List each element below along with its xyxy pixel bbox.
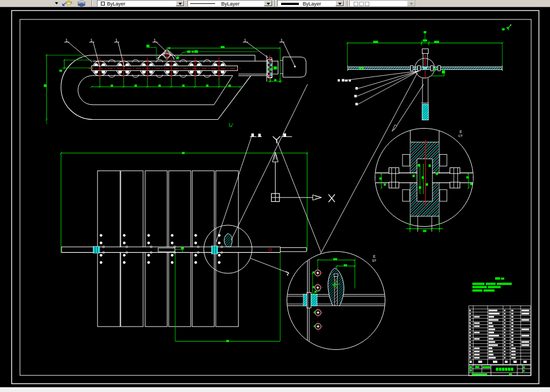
svg-text:1: 1 (65, 38, 68, 42)
svg-text:E: E (460, 130, 462, 134)
svg-text:1: 1 (244, 38, 246, 42)
svg-text:1: 1 (115, 38, 118, 42)
svg-text:1: 1 (154, 38, 156, 42)
svg-text:ST: ST (372, 259, 376, 262)
svg-text:CT: CT (459, 134, 463, 138)
svg-text:1: 1 (281, 38, 283, 42)
svg-text:E: E (373, 254, 376, 258)
svg-text:1: 1 (90, 38, 93, 42)
